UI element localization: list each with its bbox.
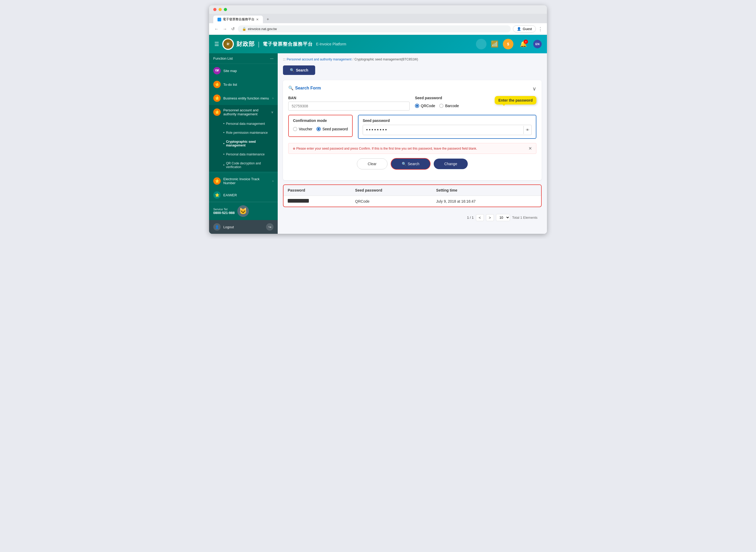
barcode-label: Barcode xyxy=(445,104,459,108)
notice-close-button[interactable]: ✕ xyxy=(528,146,532,151)
active-tab[interactable]: 電子發票整合服務平台 ✕ xyxy=(213,16,263,23)
action-buttons: Clear 🔍 Search Change xyxy=(288,158,536,170)
main-content: ::: Personnel account and authority mana… xyxy=(278,53,547,234)
platform-subtitle: E-Invoice Platform xyxy=(316,42,346,46)
table-row: QRCode July 9, 2018 at 16:16:47 xyxy=(283,196,541,207)
seed-pw-radio-option[interactable]: Seed password xyxy=(317,127,348,131)
ban-group: BAN xyxy=(288,96,410,111)
new-tab-button[interactable]: + xyxy=(264,15,272,23)
logout-bar[interactable]: 👤 Logout ↪ xyxy=(209,220,278,234)
header-menu-button[interactable]: ☰ xyxy=(214,41,219,47)
breadcrumb-sep: / xyxy=(353,57,354,61)
breadcrumb-item-1[interactable]: Personnel account and authority manageme… xyxy=(287,57,352,61)
voucher-radio-circle[interactable] xyxy=(293,127,297,131)
personnel-icon: ⭐ xyxy=(213,109,221,116)
more-options-button[interactable]: ⋮ xyxy=(538,26,543,32)
sidebar-sub-crypto-seed[interactable]: Cryptographic seed management xyxy=(209,137,278,150)
cell-password xyxy=(283,196,351,207)
address-box[interactable]: 🔒 einvoice.nat.gov.tw xyxy=(238,25,511,32)
ban-input[interactable] xyxy=(288,102,410,111)
barcode-radio-circle[interactable] xyxy=(439,104,444,108)
prev-page-button[interactable]: < xyxy=(476,214,484,221)
eye-slash-icon: 👁 xyxy=(526,128,529,132)
business-entity-arrow: › xyxy=(272,96,273,100)
results-table-card: Password Seed password Setting time QRCo… xyxy=(283,184,542,207)
seed-pw-input[interactable] xyxy=(363,125,523,135)
logout-exit-button[interactable]: ↪ xyxy=(266,223,273,231)
close-dot[interactable] xyxy=(213,8,217,11)
maximize-dot[interactable] xyxy=(224,8,227,11)
pagination: 1 / 1 < > 10 20 50 Total 1 Elements xyxy=(283,212,542,224)
app-layout: Function List — 🗺 Site map ⭐ To-do list … xyxy=(209,53,547,234)
tab-favicon xyxy=(218,18,221,21)
search-tab-icon: 🔍 xyxy=(290,68,294,72)
search-form-title-text: Search Form xyxy=(295,86,321,91)
clear-button[interactable]: Clear xyxy=(357,158,387,169)
platform-name: 電子發票整合服務平台 xyxy=(263,41,313,47)
refresh-button[interactable]: ↺ xyxy=(230,25,236,32)
app-header: ☰ 財 財政部 | 電子發票整合服務平台 E-Invoice Platform … xyxy=(209,35,547,53)
language-button[interactable]: EN xyxy=(533,40,542,48)
tab-title: 電子發票整合服務平台 xyxy=(223,17,254,22)
sidebar: Function List — 🗺 Site map ⭐ To-do list … xyxy=(209,53,278,234)
back-button[interactable]: ← xyxy=(213,26,220,32)
tab-close-button[interactable]: ✕ xyxy=(256,18,259,21)
sidebar-sub-personal-data-2[interactable]: Personal data maintenance xyxy=(209,150,278,159)
total-elements: Total 1 Elements xyxy=(512,216,537,220)
notification-area[interactable]: 🔔 0 xyxy=(520,41,527,47)
form-row-2: Confirmation mode Voucher Seed password xyxy=(288,115,536,139)
qrcode-label: QRCode xyxy=(421,104,435,108)
pw-toggle-button[interactable]: 👁 xyxy=(523,126,531,134)
breadcrumb-item-2: Cryptographic seed management(BTC851W) xyxy=(355,57,418,61)
pw-input-wrapper: 👁 xyxy=(363,125,532,135)
personnel-arrow: ∨ xyxy=(271,110,273,114)
search-tab-button[interactable]: 🔍 Search xyxy=(283,65,315,75)
search-button[interactable]: 🔍 Search xyxy=(391,158,430,170)
confirmation-mode-group: Confirmation mode Voucher Seed password xyxy=(288,115,353,137)
service-tel-number: 0800-521-988 xyxy=(213,211,235,215)
form-collapse-button[interactable]: ∨ xyxy=(532,86,536,92)
change-button[interactable]: Change xyxy=(434,159,468,169)
tooltip-text: Enter the password xyxy=(498,98,533,102)
header-decorations: 📶 $ 🔔 0 EN xyxy=(476,39,542,49)
guest-label: Guest xyxy=(523,27,532,31)
guest-button[interactable]: 👤 Guest xyxy=(513,25,536,32)
tab-buttons: 🔍 Search xyxy=(283,65,542,75)
sidebar-item-todo[interactable]: ⭐ To-do list xyxy=(209,78,278,91)
seed-pw-radio-circle[interactable] xyxy=(317,127,321,131)
logo-inner: 財 xyxy=(223,39,233,49)
service-tel-label: Service Tel xyxy=(213,208,235,211)
sidebar-label-todo: To-do list xyxy=(223,83,237,87)
sidebar-divider-1 xyxy=(209,172,278,173)
sidebar-sub-role-permission[interactable]: Role permission maintenance xyxy=(209,128,278,137)
sidebar-item-site-map[interactable]: 🗺 Site map xyxy=(209,64,278,78)
voucher-radio-option[interactable]: Voucher xyxy=(293,127,312,131)
forward-button[interactable]: → xyxy=(222,26,228,32)
notif-badge: 0 xyxy=(524,39,528,44)
seed-pw-box: Seed password 👁 xyxy=(358,115,536,139)
next-page-button[interactable]: > xyxy=(486,214,494,221)
col-setting-time: Setting time xyxy=(432,185,541,196)
seed-pw-field-label: Seed password xyxy=(363,119,532,123)
barcode-radio-option[interactable]: Barcode xyxy=(439,104,459,108)
eaiwer-icon: ⭐ xyxy=(213,191,221,199)
deco-coin: $ xyxy=(503,39,513,49)
sidebar-sub-qr-decrypt[interactable]: QR Code decryption and verification xyxy=(209,159,278,171)
search-tab-label: Search xyxy=(296,68,308,72)
sidebar-sub-menu: Personal data management Role permission… xyxy=(209,119,278,171)
qrcode-radio-circle[interactable] xyxy=(415,104,419,108)
sidebar-item-einvoice-track[interactable]: ⭐ Electronic Invoice Track Number › xyxy=(209,174,278,188)
sidebar-item-personnel[interactable]: ⭐ Personnel account and authority manage… xyxy=(209,105,278,119)
confirmation-box: Confirmation mode Voucher Seed password xyxy=(288,115,353,137)
col-seed-password: Seed password xyxy=(351,185,432,196)
sidebar-sub-personal-data[interactable]: Personal data management xyxy=(209,119,278,128)
qrcode-radio-option[interactable]: QRCode xyxy=(415,104,435,108)
einvoice-arrow: › xyxy=(272,179,273,183)
sidebar-collapse-button[interactable]: — xyxy=(270,56,273,60)
notice-text: ※ Please enter your seed password and pr… xyxy=(293,147,477,150)
search-form-title: 🔍 Search Form xyxy=(288,86,536,91)
page-size-select[interactable]: 10 20 50 xyxy=(496,214,510,221)
minimize-dot[interactable] xyxy=(219,8,222,11)
sidebar-item-eaiwer[interactable]: ⭐ EAIWER xyxy=(209,188,278,202)
sidebar-item-business-entity[interactable]: ⭐ Business entity function menu › xyxy=(209,91,278,105)
